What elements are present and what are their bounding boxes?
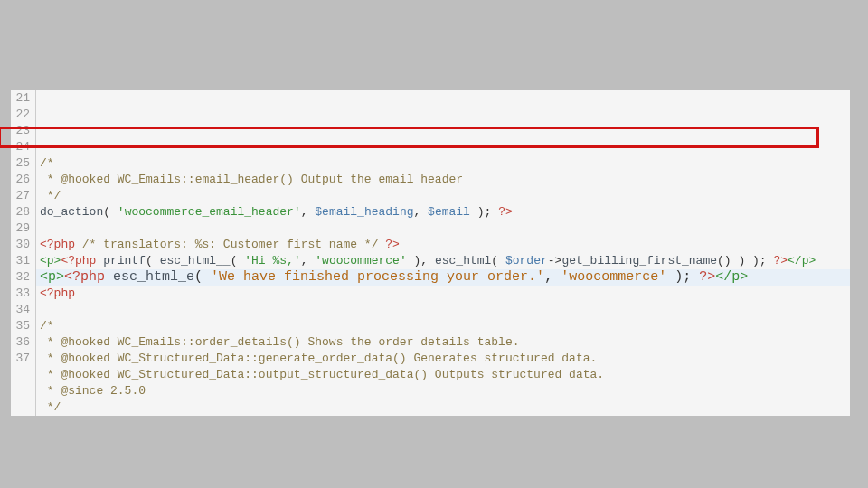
token-default: , [301, 254, 316, 267]
token-default: () ) ); [717, 254, 773, 267]
token-func: esc_html_e [113, 269, 194, 285]
token-func: printf [103, 254, 146, 267]
token-tag: </p> [788, 254, 816, 267]
code-line[interactable]: * @hooked WC_Emails::order_details() Sho… [36, 334, 850, 351]
code-editor[interactable]: 2122232425262728293031323334353637 /* * … [11, 90, 850, 416]
token-default: , [301, 205, 316, 219]
token-func: esc_html [435, 254, 491, 267]
line-number: 31 [14, 253, 30, 269]
token-comment: * @hooked WC_Emails::order_details() Sho… [40, 335, 520, 349]
code-line[interactable] [36, 302, 850, 318]
token-comment: * @hooked WC_Structured_Data::output_str… [40, 368, 604, 381]
token-default: ( [146, 254, 160, 267]
code-line[interactable]: * @hooked WC_Structured_Data::output_str… [36, 367, 850, 383]
line-number: 33 [14, 286, 30, 302]
line-number: 22 [14, 107, 30, 123]
token-php: <?php [64, 269, 113, 285]
code-line[interactable]: */ [36, 399, 850, 416]
token-default: ( [491, 254, 505, 267]
line-number: 32 [14, 269, 30, 286]
code-line[interactable]: <?php [36, 286, 850, 302]
line-number: 27 [14, 188, 30, 204]
token-php: ?> [773, 254, 788, 267]
code-line[interactable]: <?php /* translators: %s: Customer first… [36, 237, 850, 253]
token-comment: * @since 2.5.0 [40, 384, 146, 398]
token-comment: /* translators: %s: Customer first name … [82, 238, 379, 251]
code-line[interactable]: * @since 2.5.0 [36, 383, 850, 399]
token-default: ( [231, 254, 245, 267]
token-php: ?> [699, 269, 715, 285]
code-line[interactable]: do_action( 'woocommerce_email_header', $… [36, 204, 850, 221]
code-line[interactable]: /* [36, 318, 850, 334]
token-string: 'We have finished processing your order.… [211, 269, 544, 285]
line-number: 35 [14, 318, 30, 334]
code-area[interactable]: /* * @hooked WC_Emails::email_header() O… [36, 90, 850, 416]
line-number: 25 [14, 155, 30, 172]
token-php: ?> [498, 205, 513, 219]
token-default: , [414, 205, 429, 219]
token-comment: /* [40, 319, 54, 333]
token-comment: */ [40, 189, 61, 202]
token-php: <?php [40, 286, 75, 300]
line-number: 37 [14, 351, 30, 367]
token-default: ); [666, 269, 699, 285]
token-default: ( [194, 269, 211, 285]
token-comment: * @hooked WC_Structured_Data::generate_o… [40, 352, 597, 365]
line-number: 36 [14, 334, 30, 351]
line-number: 28 [14, 204, 30, 221]
line-number: 34 [14, 302, 30, 318]
token-func: do_action [40, 205, 103, 219]
token-default: ), [407, 254, 435, 267]
token-string: 'woocommerce_email_header' [118, 205, 301, 219]
token-default: ( [103, 205, 118, 219]
token-comment: */ [40, 400, 61, 414]
token-var: $email_heading [315, 205, 413, 219]
token-string: 'woocommerce' [315, 254, 406, 267]
token-php: <?php [40, 238, 82, 251]
code-line[interactable] [36, 139, 850, 155]
line-number: 29 [14, 221, 30, 237]
token-func: get_billing_first_name [561, 254, 717, 267]
code-line[interactable]: * @hooked WC_Structured_Data::generate_o… [36, 351, 850, 367]
token-comment: /* [40, 156, 54, 170]
code-line[interactable]: /* [36, 155, 850, 172]
token-tag: </p> [715, 269, 748, 285]
token-var: $email [428, 205, 470, 219]
token-op: -> [548, 254, 562, 267]
token-string: 'Hi %s,' [244, 254, 300, 267]
code-line[interactable] [36, 221, 850, 237]
code-line[interactable]: <p><?php printf( esc_html__( 'Hi %s,', '… [36, 253, 850, 269]
token-default: , [544, 269, 561, 285]
line-number-gutter: 2122232425262728293031323334353637 [11, 90, 36, 416]
line-number: 21 [14, 90, 30, 107]
token-comment: * @hooked WC_Emails::email_header() Outp… [40, 173, 463, 186]
line-number: 23 [14, 123, 30, 139]
code-line[interactable]: <p><?php esc_html_e( 'We have finished p… [36, 269, 850, 286]
code-line[interactable]: * @hooked WC_Emails::email_header() Outp… [36, 172, 850, 188]
line-number: 24 [14, 139, 30, 155]
token-php: <?php [61, 254, 103, 267]
token-default: ); [470, 205, 498, 219]
line-number: 30 [14, 237, 30, 253]
token-php: ?> [378, 238, 399, 251]
token-tag: <p> [40, 269, 64, 285]
token-tag: <p> [40, 254, 61, 267]
token-string: 'woocommerce' [561, 269, 666, 285]
code-line[interactable]: */ [36, 188, 850, 204]
token-func: esc_html__ [160, 254, 231, 267]
line-number: 26 [14, 172, 30, 188]
token-var: $order [505, 254, 548, 267]
